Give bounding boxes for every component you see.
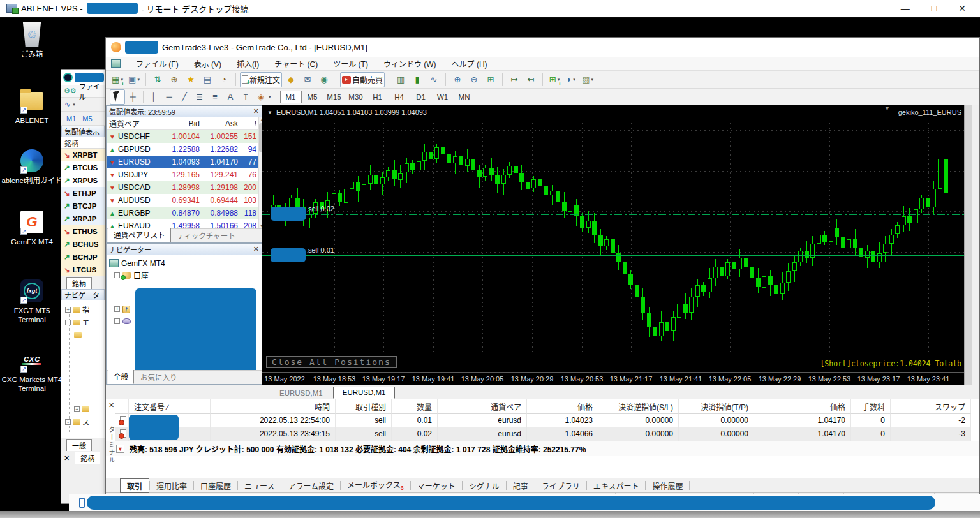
bgw-symbol-row[interactable]: ↘LTCUS — [61, 263, 105, 276]
bgw-symbol-row[interactable]: ↘ETHUS — [61, 225, 105, 238]
line-chart-icon[interactable]: ∿ — [426, 72, 442, 87]
timeframe-M5[interactable]: M5 — [302, 91, 323, 103]
strategy-tester-icon[interactable]: ◔ — [216, 72, 232, 87]
bgw-symbol-row[interactable]: ↗BTCJP — [61, 200, 105, 212]
timeframe-W1[interactable]: W1 — [432, 91, 454, 103]
chart-window-icon[interactable] — [111, 59, 121, 68]
timeframe-M30[interactable]: M30 — [345, 91, 367, 103]
bgw-symbol-row[interactable]: ↗BTCUS — [61, 161, 105, 174]
tile-windows-icon[interactable]: ⊞ — [483, 72, 498, 87]
maximize-icon[interactable]: □ — [932, 3, 937, 13]
bgw-symbol-row[interactable]: ↗BCHUS — [61, 238, 105, 251]
terminal-tab-9[interactable]: ライブラリ — [535, 479, 586, 492]
bgw-tree-item[interactable] — [65, 329, 105, 341]
terminal-col-1[interactable]: 時間 — [211, 399, 336, 414]
order-row-0[interactable]: 2022.05.13 22:54:00sell0.01eurusd1.04023… — [115, 414, 971, 427]
chevron-down-icon[interactable]: ▼ — [267, 110, 272, 115]
chevron-down-icon[interactable]: ▾ — [73, 102, 75, 107]
trendline-tool-icon[interactable]: ╱ — [177, 89, 192, 105]
bgw-symbol-row[interactable]: ↘ETHJP — [61, 187, 105, 200]
expand-icon[interactable]: + — [114, 306, 120, 312]
terminal-col-2[interactable]: 取引種別 — [336, 399, 392, 414]
menu-item-3[interactable]: チャート (C) — [274, 58, 318, 69]
terminal-tab-10[interactable]: エキスパート — [587, 479, 646, 492]
terminal-col-9[interactable]: 手数料 — [851, 399, 891, 414]
timeframe-H4[interactable]: H4 — [389, 91, 410, 103]
taskbar-app-icon[interactable] — [79, 498, 85, 508]
periods-icon[interactable]: ◗▾ — [563, 72, 579, 87]
tab-symbols-list[interactable]: 通貨ペアリスト — [108, 228, 171, 242]
script-icon[interactable]: ◆ — [283, 72, 299, 87]
desktop-icon-folder[interactable]: ↗ABLENET — [0, 88, 64, 125]
terminal-col-5[interactable]: 価格 — [527, 399, 598, 414]
desktop-icon-fxgt[interactable]: fxgt↗FXGT MT5 Terminal — [0, 278, 64, 325]
terminal-tab-0[interactable]: 取引 — [120, 478, 149, 493]
bgw-timeframe-M5[interactable]: M5 — [82, 115, 92, 122]
menu-item-5[interactable]: ウィンドウ (W) — [383, 58, 436, 69]
terminal-tab-6[interactable]: マーケット — [411, 479, 462, 492]
tab-general[interactable]: 一般 — [66, 439, 92, 451]
timeframe-H1[interactable]: H1 — [367, 91, 389, 103]
close-icon[interactable]: ✕ — [253, 107, 259, 115]
order-row-1[interactable]: 2022.05.13 23:49:15sell0.02eurusd1.04066… — [115, 427, 971, 441]
collapse-icon[interactable]: - — [65, 419, 71, 425]
profiles-icon[interactable]: ▣▾ — [126, 72, 142, 87]
col-bid[interactable]: Bid — [164, 119, 202, 128]
desktop-icon-recycle[interactable]: ♲ごみ箱 — [0, 22, 64, 59]
terminal-tab-1[interactable]: 運用比率 — [150, 479, 193, 492]
bgw-symbol-row[interactable]: ↘XRPBT — [61, 149, 105, 161]
scrollbar-thumb[interactable] — [259, 123, 262, 152]
terminal-col-7[interactable]: 決済指値(T/P) — [679, 399, 754, 414]
text-label-tool-icon[interactable]: T — [238, 89, 253, 105]
new-chart-icon[interactable]: ▦+▾ — [110, 72, 125, 87]
experts-list-icon[interactable]: ✉ — [300, 72, 315, 87]
tab-common[interactable]: 全般 — [108, 369, 134, 384]
close-icon[interactable]: ✕ — [958, 3, 966, 13]
chevron-down-icon[interactable]: ▾ — [573, 77, 575, 82]
bgw-tree-item[interactable]: +指 — [65, 303, 105, 316]
chart-shift-icon[interactable]: ↤ — [523, 72, 538, 87]
menu-item-4[interactable]: ツール (T) — [333, 58, 368, 69]
chevron-down-icon[interactable]: ▾ — [591, 77, 593, 82]
collapse-icon[interactable]: - — [114, 272, 120, 278]
timeframe-M15[interactable]: M15 — [323, 91, 345, 103]
data-window-icon[interactable]: ▤ — [200, 72, 215, 87]
market-watch-row-USDCHF[interactable]: ▼USDCHF1.001041.00255151 — [107, 130, 258, 143]
terminal-col-10[interactable]: スワップ — [891, 399, 971, 414]
candlestick-chart-icon[interactable]: ▮ — [410, 72, 425, 87]
market-watch-row-EURUSD[interactable]: ▼EURUSD1.040931.0417077 — [107, 156, 258, 168]
terminal-col-6[interactable]: 決済逆指値(S/L) — [598, 399, 679, 414]
market-watch-row-USDJPY[interactable]: ▼USDJPY129.165129.24176 — [107, 168, 258, 181]
cursor-tool-icon[interactable] — [110, 89, 125, 105]
channel-tool-icon[interactable]: ≡ — [207, 89, 223, 105]
bgw-tree-item[interactable]: -ス — [65, 415, 105, 428]
desktop-icon-edge[interactable]: ↗ablenet利用ガイド — [0, 148, 64, 185]
scroll-down-icon[interactable]: ▼ — [260, 224, 262, 228]
zoom-out-icon[interactable]: ⊖ — [466, 72, 482, 87]
auto-scroll-icon[interactable]: ↦ — [507, 72, 522, 87]
menu-item-1[interactable]: 表示 (V) — [194, 58, 221, 69]
zoom-in-icon[interactable]: ⊕ — [450, 72, 465, 87]
col-spread[interactable]: ! — [241, 119, 258, 128]
arrows-tool-icon[interactable]: ◈ — [253, 89, 269, 105]
price-chart[interactable]: ▼ EURUSD,M1 1.04051 1.04103 1.03999 1.04… — [262, 105, 964, 385]
market-watch-scrollbar[interactable]: ▲ ▼ — [258, 117, 262, 228]
terminal-tab-7[interactable]: シグナル — [463, 479, 506, 492]
bgw-symbol-row[interactable]: ↗XRPJP — [61, 212, 105, 225]
market-watch-row-EURGBP[interactable]: ▲EURGBP0.848700.84988118 — [107, 207, 258, 219]
bgw-timeframe-M1[interactable]: M1 — [66, 115, 76, 122]
close-icon[interactable]: ✕ — [108, 401, 114, 410]
notifications-icon[interactable]: ◉ — [316, 72, 332, 87]
scroll-up-icon[interactable]: ▲ — [260, 117, 262, 122]
mt4-titlebar[interactable]: GemTrade3-Live3 - GemTrade Co., Ltd - [E… — [106, 38, 979, 57]
terminal-col-4[interactable]: 通貨ペア — [438, 399, 527, 414]
chevron-down-icon[interactable]: ▾ — [269, 94, 271, 100]
terminal-col-3[interactable]: 数量 — [392, 399, 438, 414]
tab-symbols[interactable]: 銘柄 — [66, 277, 92, 289]
line-chart-icon[interactable]: ∿ — [64, 100, 70, 108]
terminal-col-8[interactable]: 価格 — [754, 399, 851, 414]
crosshair-tool-icon[interactable]: ┼ — [125, 89, 140, 105]
market-watch-row-EURAUD[interactable]: ▲EURAUD1.499581.50166208 — [107, 219, 258, 228]
bar-chart-icon[interactable]: ▥ — [393, 72, 408, 87]
minimize-icon[interactable]: — — [901, 3, 910, 13]
